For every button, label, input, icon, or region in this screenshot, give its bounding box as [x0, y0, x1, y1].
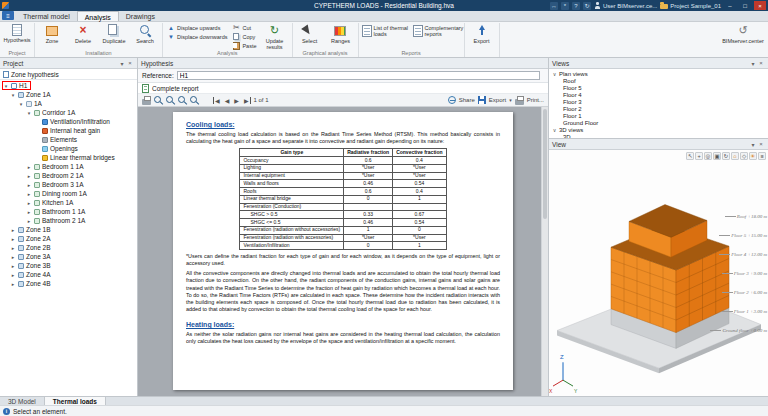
expand-icon[interactable]: ▸	[10, 227, 16, 233]
expand-icon[interactable]: ▸	[10, 281, 16, 287]
building-3d-render[interactable]: Z X Y	[549, 150, 768, 396]
tree-item-elements[interactable]: Elements	[34, 135, 80, 144]
export-label[interactable]: Export	[489, 97, 506, 103]
isometric-view-icon[interactable]: ◇	[740, 152, 748, 160]
tree-item-ventilation-infiltration[interactable]: Ventilation/Infiltration	[34, 117, 113, 126]
views-group-plan-views[interactable]: ∨Plan views	[549, 70, 768, 77]
collapse-icon[interactable]: ▾	[26, 110, 32, 116]
list-of-thermal-loads-button[interactable]: List of thermal loads	[361, 23, 411, 39]
zoom-width-icon[interactable]	[166, 96, 175, 105]
view-item-floor-3[interactable]: Floor 3	[549, 98, 768, 105]
expand-icon[interactable]: ▸	[26, 209, 32, 215]
view-item-ground-floor[interactable]: Ground Floor	[549, 119, 768, 126]
tab-thermal-model[interactable]: Thermal model	[16, 11, 77, 21]
tab-thermal-loads[interactable]: Thermal loads	[44, 397, 106, 405]
tab-analysis[interactable]: Analysis	[77, 11, 119, 21]
help-icon[interactable]: ?	[572, 2, 580, 10]
print-icon[interactable]	[515, 99, 524, 105]
scrollbar-thumb[interactable]	[543, 109, 547, 219]
expand-icon[interactable]: ▸	[10, 254, 16, 260]
zoom-fit-icon[interactable]	[154, 96, 163, 105]
expand-icon[interactable]: ▸	[10, 263, 16, 269]
sun-shadow-icon[interactable]: ☀	[749, 152, 757, 160]
pin-icon[interactable]: ▾	[749, 60, 757, 67]
expand-icon[interactable]: ▸	[26, 182, 32, 188]
view-item-3d[interactable]: 3D	[549, 133, 768, 138]
expand-icon[interactable]: ▸	[26, 191, 32, 197]
tab-drawings[interactable]: Drawings	[119, 11, 162, 21]
expand-icon[interactable]: ▸	[26, 218, 32, 224]
expand-icon[interactable]: ▸	[10, 245, 16, 251]
app-menu-button[interactable]: ≡	[2, 11, 14, 20]
displace-downwards-button[interactable]: Displace downwards	[165, 32, 229, 41]
sync-icon[interactable]: ↻	[583, 2, 591, 10]
complete-report-section[interactable]: Complete report	[138, 83, 548, 94]
zoom-tool-icon[interactable]: ◎	[704, 152, 712, 160]
close-icon[interactable]: ×	[757, 60, 765, 66]
close-icon[interactable]: ×	[126, 60, 134, 66]
displace-upwards-button[interactable]: Displace upwards	[165, 23, 229, 32]
tree-item-zone-1a[interactable]: ▾Zone 1A	[10, 90, 54, 99]
collapse-icon[interactable]: ▾	[18, 101, 24, 107]
zoom-in-icon[interactable]	[178, 96, 187, 105]
tree-item-h1[interactable]: ▾H1	[2, 81, 31, 90]
tree-item-bedroom-1-1a[interactable]: ▸Bedroom 1 1A	[26, 162, 87, 171]
expand-icon[interactable]: ▸	[10, 272, 16, 278]
tree-item-dining-room-1a[interactable]: ▸Dining room 1A	[26, 189, 90, 198]
cut-button[interactable]: Cut	[230, 23, 258, 32]
expand-icon[interactable]: ▸	[26, 173, 32, 179]
zoom-extents-icon[interactable]: ▣	[713, 152, 721, 160]
tree-item-bedroom-2-1a[interactable]: ▸Bedroom 2 1A	[26, 171, 87, 180]
paste-button[interactable]: Paste	[230, 41, 258, 50]
minimize-button[interactable]: –	[724, 1, 736, 10]
tab-3d-model[interactable]: 3D Model	[0, 397, 44, 405]
chevron-down-icon[interactable]: ▾	[509, 97, 512, 103]
view-item-floor-1[interactable]: Floor 1	[549, 112, 768, 119]
view-item-floor-4[interactable]: Floor 4	[549, 91, 768, 98]
print-label[interactable]: Print...	[527, 97, 544, 103]
expand-icon[interactable]: ▸	[26, 164, 32, 170]
tree-item-zone-2b[interactable]: ▸Zone 2B	[10, 243, 54, 252]
tree-item-zone-3a[interactable]: ▸Zone 3A	[10, 252, 54, 261]
expand-icon[interactable]: ▸	[10, 236, 16, 242]
tree-item-bedroom-3-1a[interactable]: ▸Bedroom 3 1A	[26, 180, 87, 189]
duplicate-button[interactable]: Duplicate	[99, 23, 129, 44]
3d-view[interactable]: ↖ + ◎ ▣ ↻ ⌂ ◇ ☀ ≡	[549, 150, 768, 396]
export-report-icon[interactable]	[478, 96, 486, 104]
reference-input[interactable]	[177, 71, 540, 80]
view-item-floor-2[interactable]: Floor 2	[549, 105, 768, 112]
tree-item-bathroom-2-1a[interactable]: ▸Bathroom 2 1A	[26, 216, 88, 225]
maximize-button[interactable]: □	[739, 1, 751, 10]
pin-icon[interactable]: ▾	[118, 60, 126, 67]
close-icon[interactable]: ×	[757, 141, 765, 147]
zone-button[interactable]: Zone	[37, 23, 67, 44]
pan-tool-icon[interactable]: +	[695, 152, 703, 160]
tree-item-bathroom-1-1a[interactable]: ▸Bathroom 1 1A	[26, 207, 88, 216]
share-icon[interactable]	[448, 96, 456, 104]
previous-page-button[interactable]: ◀	[224, 97, 231, 104]
vertical-scrollbar[interactable]	[541, 107, 548, 396]
select-button[interactable]: Select	[295, 23, 325, 44]
export-button[interactable]: Export	[467, 23, 497, 44]
share-label[interactable]: Share	[459, 97, 475, 103]
tree-item-zone-2a[interactable]: ▸Zone 2A	[10, 234, 54, 243]
pin-icon[interactable]: ▾	[749, 141, 757, 148]
page-setup-icon[interactable]	[142, 99, 151, 105]
orbit-icon[interactable]: ↻	[722, 152, 730, 160]
bimserver-button[interactable]: BIMserver.center	[720, 23, 766, 44]
copy-button[interactable]: Copy	[230, 32, 258, 41]
tree-item-zone-4a[interactable]: ▸Zone 4A	[10, 270, 54, 279]
delete-button[interactable]: Delete	[68, 23, 98, 44]
collapse-icon[interactable]: ▾	[10, 92, 16, 98]
tree-item-internal-heat-gain[interactable]: Internal heat gain	[34, 126, 103, 135]
ranges-button[interactable]: Ranges	[326, 23, 356, 44]
report-viewport[interactable]: Cooling loads: The thermal cooling load …	[138, 107, 548, 396]
view-item-floor-5[interactable]: Floor 5	[549, 84, 768, 91]
project-chip[interactable]: Project Sample_01	[660, 2, 721, 9]
collapse-icon[interactable]: ▾	[3, 83, 9, 89]
tree-item-zone-3b[interactable]: ▸Zone 3B	[10, 261, 54, 270]
views-group-3d-views[interactable]: ∨3D views	[549, 126, 768, 133]
tree-item-linear-thermal-bridges[interactable]: Linear thermal bridges	[34, 153, 118, 162]
next-page-button[interactable]: ▶	[233, 97, 240, 104]
select-tool-icon[interactable]: ↖	[686, 152, 694, 160]
